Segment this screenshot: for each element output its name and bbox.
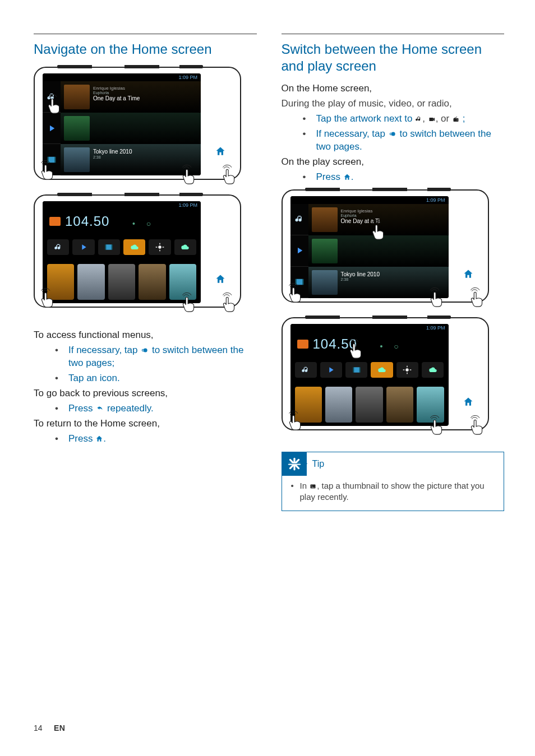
right-p1: On the Home screen,	[282, 82, 505, 95]
left-sub1-label: To access functional menus,	[34, 329, 257, 342]
tap-hand-icon	[178, 164, 200, 185]
tap-hand-icon	[467, 287, 488, 308]
device-home-button-icon	[454, 266, 482, 282]
radio-frequency: 104.50	[65, 214, 109, 229]
tap-hand-icon	[368, 220, 389, 241]
tap-hand-icon	[44, 94, 65, 115]
music-tab-icon	[290, 204, 308, 235]
thumbnail	[108, 264, 135, 300]
device-home-button-icon	[454, 393, 482, 410]
app-icon	[345, 362, 367, 378]
page-lang: EN	[54, 723, 65, 732]
right-p3: On the play screen,	[282, 156, 505, 169]
tap-hand-icon	[219, 164, 240, 185]
right-p2: During the play of music, video, or radi…	[282, 98, 505, 110]
app-icon	[149, 239, 170, 255]
list-item: Tap the artwork next to , , or ;	[316, 113, 505, 126]
app-icon	[295, 362, 317, 378]
thumbnail	[77, 264, 104, 300]
page-switch-icon	[388, 130, 397, 138]
home-icon	[95, 435, 103, 443]
list-item: Press .	[316, 171, 505, 184]
tap-hand-icon	[345, 338, 367, 360]
video-duration: 2:38	[93, 155, 132, 160]
tap-hand-icon	[178, 292, 200, 313]
figure-home-page1: 1:09 PM Enrique Iglesias Euphoria One Da…	[34, 66, 257, 189]
tip-item: In , tap a thumbnail to show the picture…	[290, 480, 496, 503]
status-bar: 1:09 PM	[43, 201, 201, 209]
photo-icon	[309, 483, 317, 490]
radio-badge-icon	[49, 217, 61, 226]
app-icon	[320, 362, 342, 378]
tap-hand-icon	[37, 287, 58, 309]
app-icon	[396, 362, 418, 378]
tap-hand-icon	[285, 282, 306, 304]
tip-box: Tip In , tap a thumbnail to show the pic…	[282, 452, 505, 512]
video-icon	[428, 116, 436, 123]
music-icon	[415, 115, 422, 123]
device-home-button-icon	[206, 271, 234, 287]
right-heading: Switch between the Home screen and play …	[282, 41, 505, 75]
thumbnail	[139, 264, 165, 300]
radio-badge-icon	[297, 340, 308, 349]
list-item: If necessary, tap to switch between the …	[68, 344, 257, 370]
video-tab-icon	[290, 235, 308, 267]
app-icon	[47, 239, 69, 255]
video-title: Tokyo line 2010	[93, 149, 132, 155]
figure-switch-play: 1:09 PM 104.50 • ○	[282, 316, 505, 439]
video-duration: 2:38	[341, 277, 380, 282]
app-icon	[174, 239, 196, 255]
music-track: One Day at a Time	[93, 95, 140, 102]
tip-label: Tip	[312, 459, 325, 469]
left-sub3-label: To return to the Home screen,	[34, 418, 257, 430]
back-icon	[95, 405, 104, 412]
music-artist: Enrique Iglesias	[341, 208, 380, 214]
list-item: Press repeatedly.	[68, 402, 257, 415]
status-bar: 1:09 PM	[43, 73, 201, 81]
tap-hand-icon	[37, 160, 58, 181]
left-heading: Navigate on the Home screen	[34, 41, 257, 58]
device-home-button-icon	[206, 143, 234, 160]
radio-icon	[452, 116, 460, 123]
app-icon	[422, 362, 444, 378]
status-bar: 1:09 PM	[290, 324, 449, 332]
app-icon	[371, 362, 393, 378]
app-icon	[98, 239, 120, 255]
thumbnail	[325, 387, 352, 423]
list-item: Tap an icon.	[68, 372, 257, 385]
left-sub2-label: To go back to previous screens,	[34, 387, 257, 400]
tap-hand-icon	[467, 415, 488, 436]
app-icon	[123, 239, 145, 255]
thumbnail	[356, 387, 382, 423]
home-icon	[343, 173, 351, 181]
figure-home-page2: 1:09 PM 104.50 • ○	[34, 193, 257, 317]
video-title: Tokyo line 2010	[341, 271, 380, 278]
thumbnail	[386, 387, 413, 423]
video-tab-icon	[43, 113, 61, 144]
music-album: Euphoria	[93, 91, 140, 95]
tap-hand-icon	[285, 410, 306, 432]
tap-hand-icon	[426, 415, 448, 436]
figure-switch-home: 1:09 PM Enrique Iglesias Euphoria One Da…	[282, 188, 505, 312]
tip-asterisk-icon	[282, 452, 307, 476]
page-dots-icon: • ○	[132, 219, 155, 228]
status-bar: 1:09 PM	[290, 196, 449, 204]
app-icon	[72, 239, 94, 255]
music-artist: Enrique Iglesias	[93, 86, 140, 91]
page-switch-icon	[140, 346, 149, 354]
page-footer: 14 EN	[34, 723, 65, 732]
tap-hand-icon	[219, 292, 240, 313]
music-album: Euphoria	[341, 214, 380, 218]
tap-hand-icon	[426, 287, 448, 308]
list-item: Press .	[68, 433, 257, 446]
page-dots-icon: • ○	[380, 342, 403, 351]
list-item: If necessary, tap to switch between the …	[316, 128, 505, 154]
page-number: 14	[34, 723, 52, 732]
